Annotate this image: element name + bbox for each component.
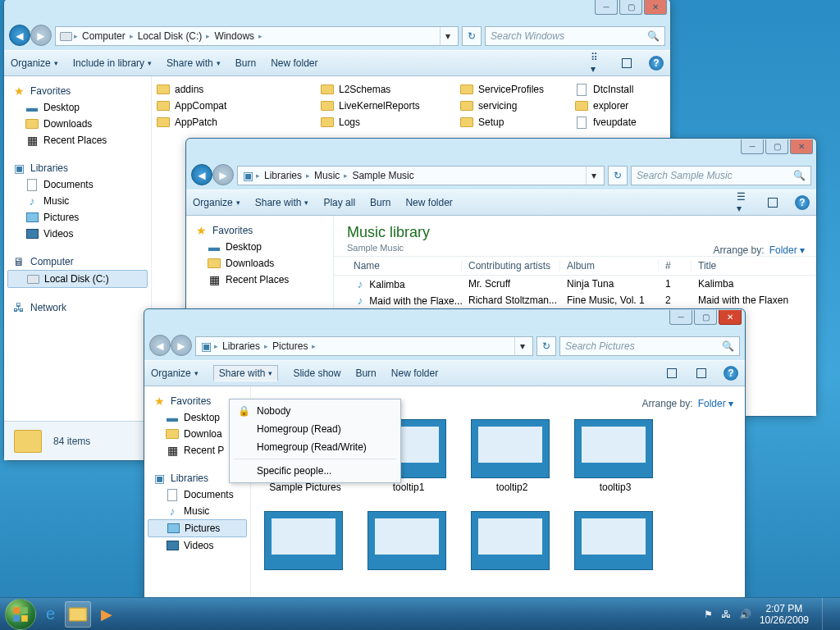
burn-button[interactable]: Burn — [370, 197, 390, 208]
refresh-button[interactable]: ↻ — [536, 336, 556, 356]
close-button[interactable]: ✕ — [719, 310, 742, 325]
share-with-context-menu[interactable]: 🔒Nobody Homegroup (Read) Homegroup (Read… — [229, 399, 401, 483]
organize-menu[interactable]: Organize — [151, 368, 199, 379]
refresh-button[interactable]: ↻ — [608, 166, 628, 185]
breadcrumb[interactable]: ▣▸ Libraries▸ Music▸ Sample Music ▾ — [237, 166, 605, 185]
sidebar-item-pictures[interactable]: Pictures — [148, 519, 247, 537]
breadcrumb-dropdown[interactable]: ▾ — [586, 167, 600, 185]
file-item[interactable]: L2Schemas — [316, 81, 455, 98]
taskbar-pinned-explorer[interactable] — [65, 601, 91, 628]
organize-menu[interactable]: Organize — [11, 57, 58, 69]
nav-back-button[interactable]: ◄ — [9, 25, 30, 46]
file-item[interactable]: Setup — [455, 114, 570, 130]
table-row[interactable]: ♪ Kalimba Mr. Scruff Ninja Tuna 1 Kalimb… — [334, 276, 816, 292]
close-button[interactable]: ✕ — [644, 0, 667, 15]
breadcrumb-item[interactable]: Libraries — [262, 170, 304, 181]
breadcrumb-item[interactable]: Sample Music — [349, 170, 416, 181]
breadcrumb-dropdown[interactable]: ▾ — [514, 337, 529, 355]
view-options-button[interactable]: ⠿ ▾ — [590, 56, 605, 71]
sidebar-item-desktop[interactable]: ▬Desktop — [189, 239, 330, 255]
breadcrumb[interactable]: ▸ Computer▸ Local Disk (C:)▸ Windows▸ ▾ — [55, 26, 459, 46]
thumbnail-item[interactable] — [471, 511, 553, 573]
breadcrumb-item[interactable]: Computer — [80, 30, 128, 42]
titlebar[interactable]: ─ ▢ ✕ — [4, 0, 670, 22]
file-item[interactable]: ServiceProfiles — [455, 81, 570, 98]
sidebar-item-videos[interactable]: Videos — [148, 537, 247, 554]
breadcrumb[interactable]: ▣▸ Libraries▸ Pictures▸ ▾ — [195, 336, 533, 356]
sidebar-head-libraries[interactable]: Libraries — [171, 472, 208, 484]
burn-button[interactable]: Burn — [235, 57, 256, 69]
sidebar-item-pictures[interactable]: Pictures — [7, 209, 148, 226]
column-headers[interactable]: Name Contributing artists Album # Title — [334, 256, 816, 276]
slideshow-button[interactable]: Slide show — [293, 368, 340, 379]
sidebar-head-network[interactable]: Network — [30, 302, 66, 313]
sidebar-head-libraries[interactable]: Libraries — [30, 162, 68, 174]
share-with-menu[interactable]: Share with — [255, 197, 309, 208]
sidebar-head-favorites[interactable]: Favorites — [171, 395, 211, 407]
organize-menu[interactable]: Organize — [193, 197, 240, 208]
search-input[interactable]: Search Pictures🔍 — [559, 336, 740, 356]
share-with-menu[interactable]: Share with — [213, 365, 279, 381]
maximize-button[interactable]: ▢ — [619, 0, 642, 15]
file-item[interactable]: addins — [152, 81, 291, 98]
file-item[interactable]: LiveKernelReports — [316, 98, 455, 114]
clock[interactable]: 2:07 PM 10/26/2009 — [760, 603, 809, 626]
system-tray[interactable]: ⚑ 🖧 🔊 2:07 PM 10/26/2009 — [704, 598, 835, 631]
maximize-button[interactable]: ▢ — [765, 139, 788, 154]
sidebar-item-localdisk[interactable]: Local Disk (C:) — [7, 270, 148, 288]
nav-forward-button[interactable]: ► — [212, 164, 234, 185]
arrange-by-dropdown[interactable]: Folder ▾ — [769, 244, 805, 256]
nav-forward-button[interactable]: ► — [171, 335, 192, 356]
file-item[interactable]: servicing — [455, 98, 570, 114]
file-item[interactable]: AppCompat — [152, 98, 291, 114]
sidebar-item-videos[interactable]: Videos — [7, 226, 148, 242]
share-with-menu[interactable]: Share with — [167, 57, 221, 69]
sidebar-item-music[interactable]: ♪Music — [7, 193, 148, 209]
thumbnail-item[interactable]: tooltip2 — [471, 419, 553, 493]
sidebar-item-downloads[interactable]: Downloads — [189, 255, 330, 272]
sidebar-head-computer[interactable]: Computer — [30, 256, 74, 267]
nav-forward-button[interactable]: ► — [30, 25, 52, 46]
thumbnail-item[interactable] — [264, 511, 346, 573]
sidebar-item-downloads[interactable]: Downloads — [7, 116, 148, 132]
taskbar[interactable]: e ▶ ⚑ 🖧 🔊 2:07 PM 10/26/2009 — [0, 597, 840, 630]
file-item[interactable]: explorer — [570, 98, 660, 114]
menu-item-nobody[interactable]: 🔒Nobody — [232, 402, 398, 420]
titlebar[interactable]: ─ ▢ ✕ — [144, 309, 745, 332]
tray-flag-icon[interactable]: ⚑ — [704, 609, 713, 620]
play-all-button[interactable]: Play all — [323, 197, 355, 208]
new-folder-button[interactable]: New folder — [391, 368, 438, 379]
new-folder-button[interactable]: New folder — [405, 197, 452, 208]
minimize-button[interactable]: ─ — [669, 310, 692, 325]
nav-back-button[interactable]: ◄ — [191, 164, 212, 185]
view-options-button[interactable]: ☰ ▾ — [736, 195, 751, 210]
col-name[interactable]: Name — [347, 260, 462, 272]
show-desktop-button[interactable] — [822, 598, 832, 631]
refresh-button[interactable]: ↻ — [462, 26, 482, 46]
sidebar-item-recent[interactable]: ▦Recent Places — [189, 272, 330, 288]
col-title[interactable]: Title — [692, 260, 816, 272]
breadcrumb-item[interactable]: Local Disk (C:) — [135, 30, 205, 42]
tray-volume-icon[interactable]: 🔊 — [739, 609, 751, 620]
search-input[interactable]: Search Windows🔍 — [485, 26, 665, 46]
table-row[interactable]: ♪ Maid with the Flaxe... Richard Stoltzm… — [334, 292, 816, 308]
new-folder-button[interactable]: New folder — [271, 57, 317, 69]
sidebar-item-documents[interactable]: Documents — [7, 176, 148, 193]
breadcrumb-item[interactable]: Libraries — [220, 340, 262, 352]
sidebar-head-favorites[interactable]: Favorites — [212, 225, 253, 236]
thumbnail-item[interactable] — [368, 511, 450, 573]
burn-button[interactable]: Burn — [355, 368, 376, 379]
menu-item-homegroup-readwrite[interactable]: Homegroup (Read/Write) — [232, 438, 398, 456]
col-num[interactable]: # — [659, 260, 692, 272]
start-button[interactable] — [5, 599, 36, 630]
breadcrumb-item[interactable]: Pictures — [270, 340, 310, 352]
col-artists[interactable]: Contributing artists — [462, 260, 560, 272]
breadcrumb-item[interactable]: Windows — [212, 30, 257, 42]
sidebar-item-desktop[interactable]: ▬Desktop — [7, 99, 148, 116]
file-item[interactable]: AppPatch — [152, 114, 291, 130]
help-button[interactable]: ? — [724, 366, 738, 381]
details-pane-button[interactable] — [694, 366, 709, 381]
help-button[interactable]: ? — [649, 56, 664, 71]
file-item[interactable]: fveupdate — [570, 114, 660, 130]
nav-back-button[interactable]: ◄ — [149, 335, 171, 356]
